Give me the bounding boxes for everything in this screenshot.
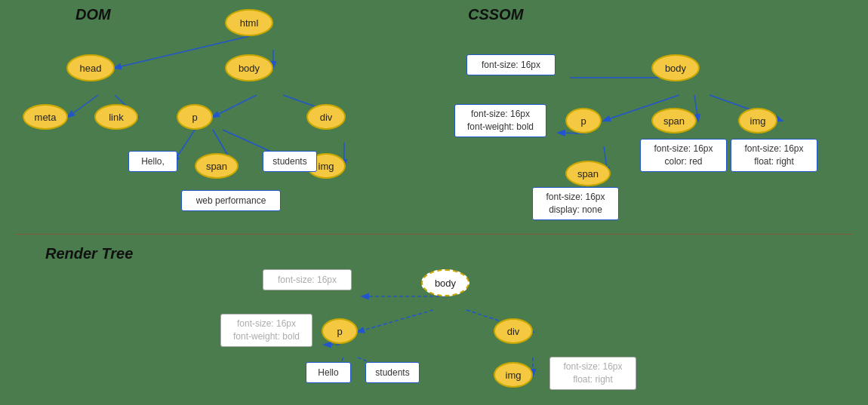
svg-line-2 [68,95,98,117]
svg-line-21 [358,310,433,332]
dom-label: DOM [75,6,111,23]
dom-body-node: body [225,54,273,81]
dom-link-node: link [94,104,138,130]
dom-span-node: span [195,153,239,179]
dom-meta-node: meta [23,104,68,130]
cssom-span-box: font-size: 16pxcolor: red [640,139,727,172]
cssom-span2-box: font-size: 16pxdisplay: none [532,187,619,220]
cssom-p-box: font-size: 16pxfont-weight: bold [454,104,546,137]
dom-div-node: div [306,104,346,130]
cssom-body-node: body [651,54,700,81]
dom-head-node: head [66,54,115,81]
diagram-container: DOM CSSOM Render Tree [0,0,868,405]
dom-p-node: p [177,104,213,130]
render-img-node: img [494,362,533,388]
render-p-node: p [322,318,358,344]
cssom-body-box: font-size: 16px [466,54,556,75]
cssom-p-node: p [565,108,602,133]
render-img-box: font-size: 16pxfloat: right [549,357,636,390]
render-students-box: students [365,362,420,383]
render-body-node: body [421,269,469,296]
dom-html-node: html [225,9,273,36]
cssom-span-node: span [651,108,697,133]
dom-students-box: students [263,151,317,172]
cssom-span2-node: span [565,161,611,186]
divider [15,234,853,235]
svg-line-4 [213,95,257,117]
render-p-box: font-size: 16pxfont-weight: bold [220,314,312,347]
arrows-svg [0,0,868,405]
render-tree-label: Render Tree [45,245,133,262]
dom-webperf-box: web performance [181,190,281,211]
cssom-img-node: img [738,108,777,133]
render-div-node: div [494,318,533,344]
dom-hello-box: Hello, [128,151,177,172]
cssom-img-box: font-size: 16pxfloat: right [731,139,817,172]
render-hello-box: Hello [306,362,351,383]
render-body-box: font-size: 16px [263,269,352,290]
cssom-label: CSSOM [468,6,523,23]
